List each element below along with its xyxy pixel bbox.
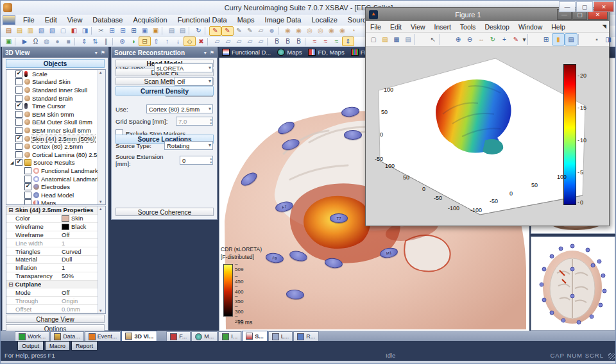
checkbox[interactable] — [15, 151, 22, 158]
new-study-icon[interactable]: ▤ — [3, 26, 14, 36]
document-tab[interactable]: 3D Vi... — [121, 331, 157, 341]
toolbar-icon[interactable] — [305, 38, 309, 46]
save-all-icon[interactable]: ◨ — [80, 26, 90, 36]
open-study-icon[interactable]: ▥ — [25, 26, 36, 36]
checkbox[interactable] — [15, 111, 22, 118]
electrode[interactable]: T7 — [330, 213, 348, 223]
tree-item[interactable]: Source Results — [6, 159, 105, 167]
head-view-front-icon[interactable]: ◉ — [282, 26, 293, 36]
checkbox[interactable] — [15, 78, 22, 85]
expander-icon[interactable] — [10, 160, 15, 165]
menu-item[interactable]: Maps — [232, 15, 260, 26]
document-tab[interactable]: I... — [218, 331, 241, 341]
marker-icon[interactable]: ◇ — [184, 37, 196, 46]
report-doc1-icon[interactable]: ▱ — [212, 37, 223, 46]
cdr-type-dropdown[interactable]: sLORETA — [154, 63, 213, 72]
mgfp-curve-icon[interactable]: ≈ — [309, 37, 320, 46]
menu-item[interactable]: Localize — [306, 15, 342, 26]
pen2-icon[interactable]: ✎ — [244, 26, 255, 36]
matlab-menu-item[interactable]: Help — [547, 23, 570, 31]
toolbar-icon[interactable] — [112, 38, 116, 46]
view-tab[interactable]: Functional D... — [220, 47, 275, 57]
matlab-figure-canvas[interactable]: 20151050 100500-50 100500-50-100 -100-50… — [366, 47, 609, 226]
clipboard2-icon[interactable]: ▧ — [47, 26, 58, 36]
Through[interactable]: Through Origin — [6, 297, 105, 305]
view-tab[interactable]: Maps — [275, 47, 306, 57]
copy-icon[interactable]: ⊞ — [107, 26, 117, 36]
source-type-dropdown[interactable]: Rotating — [164, 141, 213, 150]
menu-item[interactable]: File — [18, 15, 40, 26]
report-doc5-icon[interactable]: ▱ — [255, 37, 266, 46]
refresh-icon[interactable]: ↻ — [193, 26, 204, 36]
checkbox[interactable] — [15, 119, 22, 126]
tree-item[interactable]: Cortex (80) 2.5mm — [6, 142, 105, 151]
checkbox[interactable] — [15, 87, 22, 94]
link-plot-icon[interactable]: ⊞ — [540, 34, 552, 45]
menu-item[interactable]: Edit — [40, 15, 62, 26]
output-tab[interactable]: Report — [71, 341, 98, 351]
print-icon[interactable]: ▤ — [402, 34, 414, 45]
toolbar-icon[interactable] — [162, 27, 166, 35]
checkbox[interactable] — [24, 167, 31, 174]
zoom-in-icon[interactable]: ⊕ — [452, 34, 464, 45]
resize-grip-icon[interactable] — [608, 353, 615, 360]
matlab-menu-item[interactable]: Window — [514, 23, 547, 31]
pin-icon[interactable]: ⚑ — [210, 50, 214, 56]
document-tab[interactable]: F... — [166, 331, 191, 341]
checkbox[interactable] — [15, 159, 22, 166]
checkbox[interactable] — [15, 135, 22, 142]
source-coherence-button[interactable]: Source Coherence — [116, 208, 214, 216]
electrode[interactable] — [344, 130, 362, 140]
use-dropdown[interactable]: Cortex (80) 2.5mm — [146, 104, 213, 113]
menu-item[interactable]: View — [62, 15, 88, 26]
omega-icon[interactable]: Ω — [30, 37, 41, 46]
matlab-figure-window[interactable]: Figure 1 — ▢ ✕ FileEditViewInsertToolsDe… — [365, 7, 610, 226]
jump-down-icon[interactable]: ↓ — [173, 37, 184, 46]
clipboard-icon[interactable]: ▧ — [36, 26, 47, 36]
checkbox[interactable] — [15, 103, 22, 110]
tree-item[interactable]: BEM Outer Skull 8mm — [6, 119, 105, 127]
side-view-pane-bottom[interactable] — [531, 236, 615, 331]
matlab-toolbar-icon[interactable] — [578, 34, 590, 45]
output-tab[interactable]: Macro — [45, 341, 70, 351]
head-view-top-icon[interactable]: ◉ — [326, 26, 337, 36]
baseline-b1-icon[interactable]: B — [271, 37, 282, 46]
report-doc2-icon[interactable]: ▱ — [223, 37, 234, 46]
document-tab[interactable]: M... — [191, 331, 218, 341]
pin-icon[interactable]: ⚑ — [101, 50, 105, 56]
Material[interactable]: Material Dull — [6, 256, 105, 264]
matlab-menu-item[interactable]: Edit — [386, 23, 406, 31]
annotate2-icon[interactable]: ✎ — [221, 26, 234, 36]
tree-item[interactable]: Standard Inner Skull — [6, 86, 105, 94]
esp-curve-icon[interactable]: ≈ — [320, 37, 331, 46]
tree-item[interactable]: Head Model — [6, 191, 105, 199]
Transparency[interactable]: Transparency 50% — [6, 272, 105, 281]
filter-icon[interactable]: ◑ — [128, 37, 139, 46]
brush-icon[interactable]: ✎ — [510, 34, 522, 45]
tree-item[interactable]: BEM Inner Skull 6mm — [6, 126, 105, 135]
toolbar-icon[interactable] — [15, 38, 19, 46]
maximize-button[interactable]: ▢ — [576, 1, 593, 12]
output-tab[interactable]: Output — [17, 341, 44, 351]
document-tab[interactable]: R... — [293, 331, 319, 341]
toolbar-icon[interactable] — [189, 27, 193, 35]
Line width[interactable]: Line width 1 — [6, 239, 105, 247]
scan-icon[interactable]: ▣ — [3, 37, 14, 46]
tree-item[interactable]: Electrodes — [6, 183, 105, 191]
hide-plot-tools-icon[interactable]: ▪ — [591, 34, 603, 45]
document-tab[interactable]: Work... — [15, 331, 49, 341]
tree-item[interactable]: Anatomical Landmarks — [6, 175, 105, 183]
tree-item[interactable]: Maps — [6, 199, 105, 206]
save-icon[interactable]: ◧ — [69, 26, 80, 36]
toolbar-icon[interactable] — [91, 27, 95, 35]
print-icon[interactable]: ▤ — [166, 26, 177, 36]
toolbar-icon[interactable] — [205, 27, 209, 35]
checkbox[interactable] — [15, 127, 22, 134]
Mode[interactable]: Mode Off — [6, 288, 105, 297]
play-icon[interactable]: ▶ — [19, 37, 30, 46]
tree-item[interactable]: Standard Brain — [6, 94, 105, 103]
Color[interactable]: Color Skin — [6, 215, 105, 223]
menu-item[interactable]: Functional Data — [173, 15, 232, 26]
print-preview-icon[interactable]: ▤ — [177, 26, 188, 36]
Triangles[interactable]: Triangles Curved — [6, 247, 105, 256]
